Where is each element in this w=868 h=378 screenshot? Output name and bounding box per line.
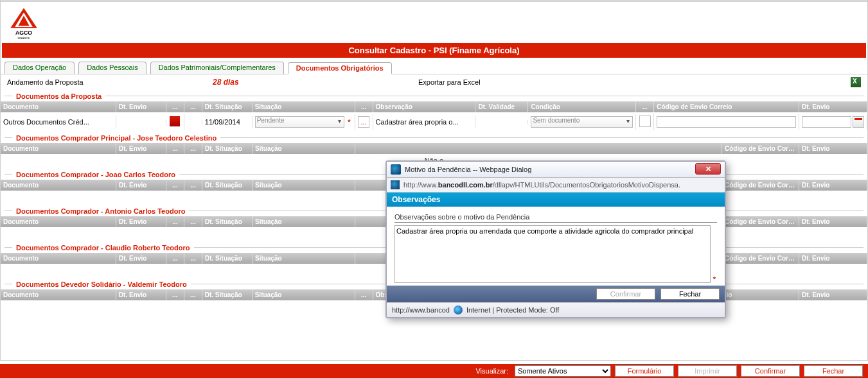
attachment-icon <box>170 116 180 126</box>
dialog-observacoes-header: Observações <box>387 193 725 207</box>
subheader: Andamento da Proposta 28 dias Exportar p… <box>1 74 867 90</box>
dialog-status-bar: http://www.bancod Internet | Protected M… <box>387 302 725 317</box>
tab-documentos-obrigatorios[interactable]: Documentos Obrigatórios <box>288 62 392 74</box>
dialog-titlebar[interactable]: Motivo da Pendência -- Webpage Dialog ✕ <box>387 162 725 178</box>
required-star: * <box>346 118 351 126</box>
svg-text:AGCO: AGCO <box>15 30 32 36</box>
dias-value: 28 dias <box>213 78 418 87</box>
cell-codigo-envio <box>654 114 799 130</box>
codigo-envio-input[interactable] <box>657 116 796 128</box>
cell-dt-validade <box>475 120 528 124</box>
col-ellipsis-4: ... <box>636 101 654 112</box>
dialog-status-host: http://www.bancod <box>392 306 450 314</box>
ie-icon <box>391 164 401 175</box>
section-comprador-principal: Documentos Comprador Principal - Jose Te… <box>1 132 867 143</box>
cell-dt-envio <box>116 120 166 124</box>
dialog-url-text: http://www.bancodll.com.br/dllapv/HTMLUt… <box>403 181 680 189</box>
cell-dt-situacao: 11/09/2014 <box>202 116 252 128</box>
col-dt-situacao: Dt. Situação <box>202 101 252 112</box>
svg-text:FINANCE: FINANCE <box>18 37 30 39</box>
confirmar-button[interactable]: Confirmar <box>741 365 800 377</box>
cell-checkbox[interactable] <box>636 114 654 130</box>
andamento-label: Andamento da Proposta <box>7 78 213 86</box>
calendar-icon[interactable] <box>853 116 864 128</box>
visualizar-select[interactable]: Somente Ativos <box>515 365 611 377</box>
cell-observacao: Cadastrar área propria o... <box>373 116 476 128</box>
observacoes-textarea[interactable]: Cadastrar área propria ou arrendada que … <box>394 225 711 283</box>
page-title: Consultar Cadastro - PSI (Finame Agrícol… <box>348 46 519 55</box>
exportar-excel-label: Exportar para Excel <box>418 78 703 86</box>
dialog-title: Motivo da Pendência -- Webpage Dialog <box>405 166 531 173</box>
dt-envio2-input[interactable] <box>802 116 851 128</box>
required-star: * <box>712 275 717 283</box>
col-observacao: Observação <box>373 101 476 112</box>
col-documento: Documento <box>1 101 116 112</box>
motivo-pendencia-dialog: Motivo da Pendência -- Webpage Dialog ✕ … <box>385 160 726 318</box>
bottom-action-bar: Visualizar: Somente Ativos Formulário Im… <box>0 364 868 378</box>
page-title-bar: Consultar Cadastro - PSI (Finame Agrícol… <box>2 43 866 58</box>
dialog-body: Observações sobre o motivo da Pendência … <box>387 207 725 286</box>
dialog-confirmar-button[interactable]: Confirmar <box>596 288 655 300</box>
tab-dados-operacao[interactable]: Dados Operação <box>4 62 75 74</box>
tab-dados-patrimoniais[interactable]: Dados Patrimoniais/Complementares <box>150 62 284 74</box>
col-dt-envio2: Dt. Envio <box>799 101 867 112</box>
col-condicao: Condição <box>528 101 636 112</box>
checkbox-icon <box>639 116 651 127</box>
cell-attach-icon[interactable] <box>166 114 184 130</box>
tab-bar: Dados Operação Dados Pessoais Dados Patr… <box>1 59 867 74</box>
situacao-select[interactable]: Pendente <box>255 116 345 128</box>
col-situacao: Situação <box>252 101 355 112</box>
cell-documento: Outros Documentos Créd... <box>1 116 116 128</box>
dialog-close-button[interactable]: ✕ <box>695 163 721 175</box>
section-documentos-proposta: Documentos da Proposta <box>1 90 867 101</box>
grid-header-cp: Documento Dt. Envio ... ... Dt. Situação… <box>1 143 867 154</box>
dialog-url-bar: http://www.bancodll.com.br/dllapv/HTMLUt… <box>387 178 725 193</box>
col-ellipsis-3: ... <box>355 101 373 112</box>
grid-header-proposta: Documento Dt. Envio ... ... Dt. Situação… <box>1 101 867 112</box>
dialog-observacoes-label: Observações sobre o motivo da Pendência <box>394 213 717 223</box>
col-codigo-envio: Código de Envio Correio <box>654 101 799 112</box>
col-dt-envio: Dt. Envio <box>116 101 166 112</box>
cell-obs-btn[interactable]: ... <box>355 114 373 130</box>
visualizar-label: Visualizar: <box>475 367 508 375</box>
dialog-status-zone: Internet | Protected Mode: Off <box>466 306 560 314</box>
globe-icon <box>454 305 463 314</box>
tab-dados-pessoais[interactable]: Dados Pessoais <box>78 62 146 74</box>
col-ellipsis-2: ... <box>184 101 202 112</box>
condicao-select[interactable]: Sem documento <box>531 116 633 128</box>
dialog-button-row: Confirmar Fechar <box>387 286 725 302</box>
cell-situacao: Pendente * <box>252 114 355 130</box>
cell-blank <box>184 120 202 124</box>
cell-condicao: Sem documento <box>528 114 636 130</box>
formulario-button[interactable]: Formulário <box>615 365 674 377</box>
ie-icon <box>391 180 400 189</box>
ellipsis-button-icon: ... <box>358 116 369 128</box>
dialog-fechar-button[interactable]: Fechar <box>660 288 720 300</box>
imprimir-button[interactable]: Imprimir <box>678 365 737 377</box>
header-area: AGCO FINANCE <box>1 2 867 40</box>
proposta-row-1: Outros Documentos Créd... 11/09/2014 Pen… <box>1 112 867 132</box>
excel-icon[interactable] <box>851 77 861 87</box>
agco-finance-logo: AGCO FINANCE <box>7 6 40 39</box>
col-ellipsis-1: ... <box>166 101 184 112</box>
cell-dt-envio2 <box>799 114 867 130</box>
fechar-button[interactable]: Fechar <box>804 365 863 377</box>
col-dt-validade: Dt. Validade <box>475 101 528 112</box>
